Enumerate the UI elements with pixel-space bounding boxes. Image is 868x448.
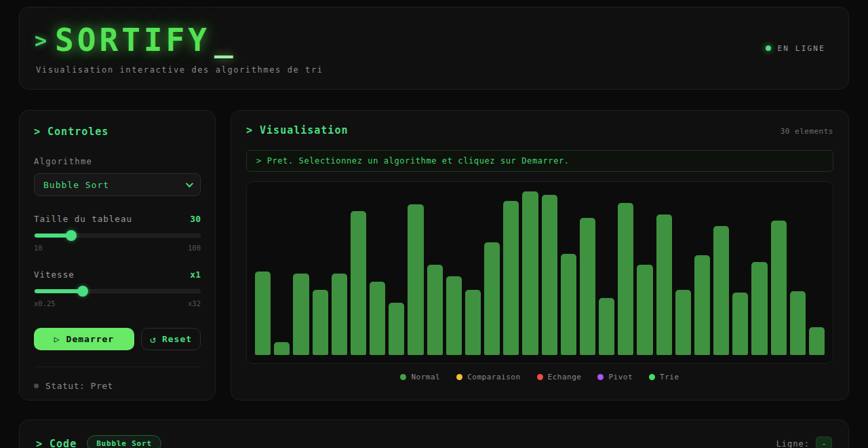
element-count: 30 elements xyxy=(781,127,833,136)
visualization-title: > Visualisation xyxy=(246,124,348,136)
array-bar xyxy=(332,274,347,356)
bar-chart xyxy=(246,181,833,364)
legend-dot-icon xyxy=(400,374,406,380)
speed-slider-fill xyxy=(35,289,83,293)
algorithm-select-value: Bubble Sort xyxy=(43,180,109,190)
app-logo: SORTIFY xyxy=(55,22,210,58)
array-size-slider[interactable] xyxy=(34,234,201,238)
legend-dot-icon xyxy=(456,374,462,380)
legend-item-pivot: Pivot xyxy=(597,373,633,381)
array-bar xyxy=(732,293,748,355)
array-bar xyxy=(274,342,290,355)
speed-label: Vitesse xyxy=(34,269,75,280)
legend-dot-icon xyxy=(649,374,655,380)
start-button[interactable]: ▷ Demarrer xyxy=(34,328,134,350)
reset-button-label: Reset xyxy=(162,334,192,344)
start-button-label: Demarrer xyxy=(66,334,115,344)
algorithm-badge: Bubble Sort xyxy=(87,435,161,448)
chart-legend: NormalComparaisonEchangePivotTrie xyxy=(246,373,833,381)
controls-panel: > Controles Algorithme Bubble Sort Taill… xyxy=(19,110,216,400)
array-bar xyxy=(713,226,729,355)
array-bar xyxy=(809,327,825,355)
code-panel: > Code Bubble Sort Ligne: - xyxy=(19,419,849,448)
speed-min: x0.25 xyxy=(34,299,56,307)
array-bar xyxy=(790,291,806,355)
reset-button[interactable]: ↺ Reset xyxy=(141,328,201,350)
array-bar xyxy=(293,274,309,356)
array-bar xyxy=(389,303,404,355)
array-bar xyxy=(484,242,500,355)
array-bar xyxy=(522,191,538,355)
speed-max: x32 xyxy=(188,299,201,307)
array-bar xyxy=(313,290,328,355)
array-size-group: Taille du tableau 30 10 100 xyxy=(34,214,201,252)
line-label: Ligne: xyxy=(776,439,810,448)
logo-cursor: _ xyxy=(214,22,233,58)
speed-group: Vitesse x1 x0.25 x32 xyxy=(34,269,201,307)
online-status: EN LIGNE xyxy=(766,44,825,53)
legend-item-comparaison: Comparaison xyxy=(456,373,520,381)
array-bar xyxy=(446,276,462,355)
legend-dot-icon xyxy=(537,374,543,380)
array-bar xyxy=(255,272,271,355)
array-size-value: 30 xyxy=(190,214,201,224)
legend-label: Comparaison xyxy=(467,373,520,381)
array-bar xyxy=(580,218,595,355)
array-bar xyxy=(503,201,519,355)
line-number-badge: - xyxy=(816,436,832,448)
speed-value: x1 xyxy=(190,269,201,280)
array-bar xyxy=(370,282,385,355)
logo-prompt-icon: > xyxy=(35,29,47,52)
legend-dot-icon xyxy=(597,374,604,380)
legend-item-normal: Normal xyxy=(400,373,440,381)
online-status-dot xyxy=(766,45,771,51)
legend-item-trie: Trie xyxy=(649,373,679,381)
array-bar xyxy=(618,203,633,355)
legend-item-echange: Echange xyxy=(537,373,582,381)
array-bar xyxy=(599,298,614,355)
status-text: Statut: Pret xyxy=(45,381,113,391)
array-bar xyxy=(561,254,576,355)
code-title: > Code xyxy=(36,438,77,448)
algorithm-label: Algorithme xyxy=(34,157,201,166)
array-bar xyxy=(427,265,443,355)
status-line: Statut: Pret xyxy=(34,381,201,391)
array-size-min: 10 xyxy=(34,244,43,252)
array-bar xyxy=(771,221,787,355)
divider xyxy=(34,367,201,367)
legend-label: Trie xyxy=(660,373,679,381)
array-bar xyxy=(408,204,423,355)
array-bar xyxy=(542,195,557,355)
speed-slider[interactable] xyxy=(34,289,201,293)
app-subtitle: Visualisation interactive des algorithme… xyxy=(36,65,323,75)
speed-slider-thumb[interactable] xyxy=(77,286,88,297)
status-dot-icon xyxy=(34,384,39,388)
algorithm-select[interactable]: Bubble Sort xyxy=(34,173,201,196)
array-bar xyxy=(656,214,672,355)
chevron-down-icon xyxy=(186,180,193,187)
array-bar xyxy=(637,265,652,355)
visualization-panel: > Visualisation 30 elements > Pret. Sele… xyxy=(231,110,849,400)
status-message: > Pret. Selectionnez un algorithme et cl… xyxy=(256,156,570,166)
legend-label: Echange xyxy=(548,373,582,381)
array-bar xyxy=(675,290,691,355)
legend-label: Pivot xyxy=(608,373,633,381)
controls-title: > Controles xyxy=(34,126,201,138)
array-bar xyxy=(694,255,710,355)
array-bar xyxy=(351,211,366,355)
main-content: > Controles Algorithme Bubble Sort Taill… xyxy=(19,110,849,400)
array-size-slider-thumb[interactable] xyxy=(66,230,77,241)
array-bar xyxy=(465,290,481,355)
array-bar xyxy=(751,262,767,355)
online-status-label: EN LIGNE xyxy=(777,44,825,53)
play-icon: ▷ xyxy=(54,334,60,344)
line-indicator: Ligne: - xyxy=(776,436,832,448)
legend-label: Normal xyxy=(411,373,440,381)
array-size-label: Taille du tableau xyxy=(34,214,132,224)
reset-icon: ↺ xyxy=(150,333,157,346)
status-message-box: > Pret. Selectionnez un algorithme et cl… xyxy=(246,150,833,172)
array-size-max: 100 xyxy=(188,244,201,252)
app-header: > SORTIFY _ Visualisation interactive de… xyxy=(19,7,849,90)
logo-block: > SORTIFY _ Visualisation interactive de… xyxy=(35,22,323,75)
